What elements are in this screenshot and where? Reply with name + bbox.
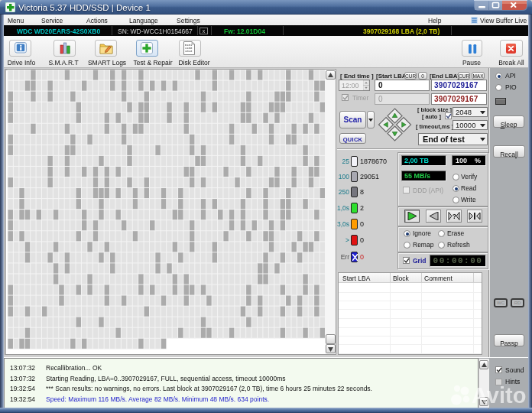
svg-text:?: ? [453,213,457,220]
svg-text:1010: 1010 [185,50,193,53]
svg-text:Avito: Avito [472,383,526,408]
